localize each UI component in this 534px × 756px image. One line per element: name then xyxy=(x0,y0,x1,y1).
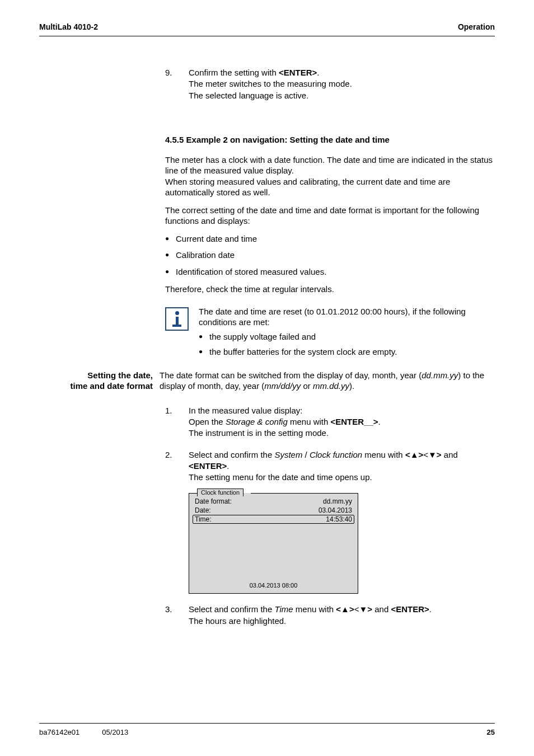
text-line: The setting menu for the date and time o… xyxy=(189,472,372,482)
side-text: The date format can be switched from the… xyxy=(160,370,495,392)
row-value: 03.04.2013 xyxy=(318,506,352,514)
text-fragment: . xyxy=(317,68,319,77)
step-text: In the measured value display: Open the … xyxy=(189,405,495,439)
page-header: MultiLab 4010-2 Operation xyxy=(0,0,534,31)
key-ref: ▼> xyxy=(428,450,442,459)
key-ref: ▼> xyxy=(359,604,372,614)
text-fragment: ). xyxy=(349,381,354,391)
format-italic: dd.mm.yy xyxy=(421,370,458,380)
key-ref: <ENTER> xyxy=(279,68,317,77)
header-left: MultiLab 4010-2 xyxy=(39,22,98,31)
screen-spacer xyxy=(193,524,354,580)
bullet-list: Current date and time Calibration date I… xyxy=(165,233,495,278)
key-ref: <ENTER> xyxy=(391,604,429,614)
screen-status-line: 03.04.2013 08:00 xyxy=(189,580,358,593)
text-fragment: < xyxy=(423,450,428,459)
step-9: 9. Confirm the setting with <ENTER>. The… xyxy=(165,67,495,101)
text-fragment: or xyxy=(301,381,313,391)
text-fragment: The date format can be switched from the… xyxy=(160,370,421,380)
footer-page-number: 25 xyxy=(487,728,495,736)
step-number: 1. xyxy=(165,405,176,439)
footer-date: 05/2013 xyxy=(102,728,128,736)
key-ref: <ENTER__> xyxy=(331,417,378,426)
text-line: In the measured value display: xyxy=(189,406,302,415)
paragraph: The meter has a clock with a date functi… xyxy=(165,154,495,198)
text-fragment: Open the xyxy=(189,417,226,426)
text-line: The selected language is active. xyxy=(189,91,308,100)
list-item: the supply voltage failed and xyxy=(199,331,495,342)
text-fragment: When storing measured values and calibra… xyxy=(165,177,450,198)
step-text: Select and confirm the Time menu with <▲… xyxy=(189,604,495,627)
paragraph: Therefore, check the time at regular int… xyxy=(165,284,495,295)
screen-row-date-format: Date format: dd.mm.yy xyxy=(193,497,354,506)
text-line: The instrument is in the setting mode. xyxy=(189,428,329,438)
side-heading: Setting the date, time and date format xyxy=(39,370,160,392)
screen-row-time-selected: Time: 14:53:40 xyxy=(193,515,354,524)
step-number: 3. xyxy=(165,604,176,627)
text-fragment: menu with xyxy=(288,417,331,426)
step-3: 3. Select and confirm the Time menu with… xyxy=(165,604,495,627)
paragraph: The correct setting of the date and time… xyxy=(165,205,495,227)
row-value: 14:53:40 xyxy=(326,515,352,523)
list-item: Identification of stored measured values… xyxy=(165,266,495,278)
header-rule xyxy=(39,36,495,36)
text-fragment: Confirm the setting with xyxy=(189,68,279,77)
info-icon xyxy=(165,307,189,331)
screen-tab: Clock function xyxy=(197,489,243,496)
page-footer: ba76142e01 05/2013 25 xyxy=(39,723,495,736)
footer-rule xyxy=(39,723,495,724)
text-line: time and date format xyxy=(70,381,153,391)
screen-row-date: Date: 03.04.2013 xyxy=(193,506,354,515)
text-fragment: Select and confirm the xyxy=(189,604,274,614)
key-ref: <ENTER> xyxy=(189,461,227,471)
step-number: 2. xyxy=(165,449,176,483)
key-ref: <▲> xyxy=(336,604,354,614)
list-item: Calibration date xyxy=(165,250,495,261)
device-screen: Clock function Date format: dd.mm.yy Dat… xyxy=(189,493,358,594)
text-fragment: . xyxy=(378,417,381,426)
row-value: dd.mm.yy xyxy=(323,497,352,505)
text-fragment: / xyxy=(302,450,310,459)
footer-doc-id: ba76142e01 xyxy=(39,728,79,736)
text-line: The meter switches to the measuring mode… xyxy=(189,79,352,88)
info-text: The date and time are reset (to 01.01.20… xyxy=(199,306,495,362)
text-fragment: and xyxy=(372,604,391,614)
text-fragment: menu with xyxy=(293,604,336,614)
format-italic: mm/dd/yy xyxy=(264,381,301,391)
step-number: 9. xyxy=(165,67,176,101)
text-fragment: The meter has a clock with a date functi… xyxy=(165,155,493,176)
step-text: Confirm the setting with <ENTER>. The me… xyxy=(189,67,495,101)
side-heading-row: Setting the date, time and date format T… xyxy=(39,370,495,392)
text-line: Setting the date, xyxy=(87,370,153,380)
step-1: 1. In the measured value display: Open t… xyxy=(165,405,495,439)
menu-name: System xyxy=(274,450,302,459)
text-fragment: . xyxy=(429,604,432,614)
menu-name: Time xyxy=(274,604,293,614)
list-item: Current date and time xyxy=(165,233,495,245)
text-fragment: The date and time are reset (to 01.01.20… xyxy=(199,307,466,327)
key-ref: <▲> xyxy=(405,450,423,459)
text-fragment: . xyxy=(227,461,229,471)
row-label: Date: xyxy=(195,506,211,514)
menu-name: Clock function xyxy=(310,450,362,459)
step-text: Select and confirm the System / Clock fu… xyxy=(189,449,495,483)
row-label: Date format: xyxy=(195,497,232,505)
step-2: 2. Select and confirm the System / Clock… xyxy=(165,449,495,483)
format-italic: mm.dd.yy xyxy=(313,381,349,391)
section-heading: 4.5.5 Example 2 on navigation: Setting t… xyxy=(165,135,495,144)
text-line: The hours are highlighted. xyxy=(189,616,286,626)
text-fragment: Select and confirm the xyxy=(189,450,274,459)
row-label: Time: xyxy=(195,515,212,523)
menu-name: Storage & config xyxy=(226,417,288,426)
header-right: Operation xyxy=(458,22,495,31)
text-fragment: menu with xyxy=(362,450,405,459)
text-fragment: and xyxy=(442,450,458,459)
list-item: the buffer batteries for the system cloc… xyxy=(199,346,495,358)
info-sublist: the supply voltage failed and the buffer… xyxy=(199,331,495,358)
info-block: The date and time are reset (to 01.01.20… xyxy=(165,306,495,362)
